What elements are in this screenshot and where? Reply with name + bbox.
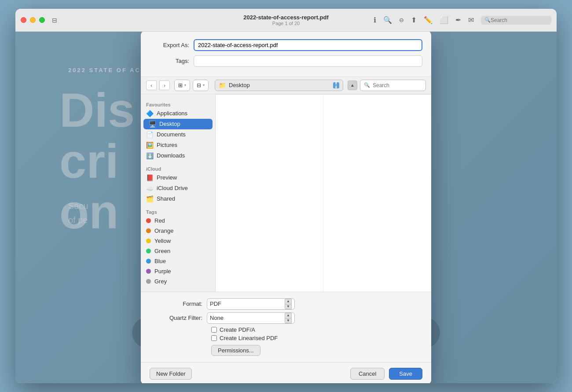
close-button[interactable] — [21, 17, 26, 23]
dialog-with-sidebar: Favourites 🔷 Applications 🖥️ Desktop 📄 D… — [141, 94, 431, 292]
tags-input[interactable] — [194, 55, 422, 67]
sign-icon[interactable]: ✒ — [455, 16, 461, 24]
quartz-filter-select[interactable]: None ▲ ▼ — [207, 312, 295, 324]
dialog-footer: New Folder Cancel Save — [141, 362, 431, 384]
sidebar-item-tag-orange[interactable]: Orange — [141, 226, 215, 236]
location-folder-icon: 📁 — [219, 82, 226, 89]
tag-blue-label: Blue — [154, 258, 166, 264]
create-pdfa-label: Create PDF/A — [220, 326, 255, 333]
title-bar-icons: ℹ 🔍 ⊖ ⬆ ✏️ ⬜ ✒ ✉ 🔍 — [374, 16, 551, 25]
expand-location-button[interactable]: ▲ — [348, 81, 357, 90]
zoom-in-icon[interactable]: 🔍 — [383, 16, 392, 24]
sidebar-item-applications[interactable]: 🔷 Applications — [141, 108, 215, 119]
icloud-section-label: iCloud — [141, 164, 215, 172]
quartz-filter-row: Quartz Filter: None ▲ ▼ — [150, 312, 422, 324]
create-linearised-row: Create Linearised PDF — [211, 335, 422, 341]
create-linearised-label: Create Linearised PDF — [220, 335, 278, 341]
format-up-button[interactable]: ▲ — [285, 299, 292, 304]
format-down-button[interactable]: ▼ — [285, 304, 292, 309]
cancel-button[interactable]: Cancel — [350, 368, 385, 380]
export-as-input[interactable] — [194, 39, 422, 51]
quartz-filter-stepper[interactable]: ▲ ▼ — [285, 313, 292, 323]
column-view-icon: ⊞ — [178, 82, 183, 88]
export-as-label: Export As: — [150, 42, 194, 48]
dialog-overlay: Export As: Tags: ‹ › ⊞ ▾ — [15, 32, 557, 383]
pictures-icon: 🖼️ — [146, 142, 153, 149]
pdf-content: 2022 STATE OF ACCESS REPORT Discrion Sec… — [15, 32, 557, 383]
sidebar-item-pictures[interactable]: 🖼️ Pictures — [141, 140, 215, 150]
tag-purple-label: Purple — [154, 268, 171, 275]
location-label: Desktop — [229, 82, 329, 88]
title-bar-left: ⊟ — [21, 17, 61, 24]
save-dialog: Export As: Tags: ‹ › ⊞ ▾ — [141, 32, 431, 383]
dialog-top: Export As: Tags: — [141, 32, 431, 77]
share-icon[interactable]: ⬆ — [411, 16, 417, 24]
permissions-button[interactable]: Permissions... — [211, 345, 260, 356]
dialog-toolbar: ‹ › ⊞ ▾ ⊟ ▾ 📁 Desktop — [141, 77, 431, 94]
documents-icon: 📄 — [146, 131, 153, 138]
sidebar-item-desktop[interactable]: 🖥️ Desktop — [143, 119, 213, 129]
tag-dot-blue — [146, 259, 151, 264]
sidebar-item-tag-blue[interactable]: Blue — [141, 256, 215, 266]
tags-label: Tags: — [150, 58, 194, 64]
create-linearised-checkbox[interactable] — [211, 335, 217, 341]
quartz-down-button[interactable]: ▼ — [285, 318, 292, 323]
format-stepper[interactable]: ▲ ▼ — [285, 299, 292, 309]
sidebar-item-tag-red[interactable]: Red — [141, 216, 215, 226]
sidebar-item-tag-green[interactable]: Green — [141, 246, 215, 256]
search-box[interactable]: 🔍 — [360, 80, 426, 91]
minimize-button[interactable] — [30, 17, 36, 23]
grid-view-chevron: ▾ — [203, 83, 205, 87]
tag-dot-grey — [146, 279, 151, 284]
mail-icon[interactable]: ✉ — [468, 16, 474, 24]
sidebar-item-tag-purple[interactable]: Purple — [141, 266, 215, 276]
preview-icon: 📕 — [146, 174, 153, 181]
zoom-out-icon[interactable]: ⊖ — [399, 17, 404, 23]
forward-button[interactable]: › — [159, 81, 170, 90]
back-button[interactable]: ‹ — [146, 81, 157, 90]
browser-search-input[interactable] — [373, 82, 417, 88]
sidebar-item-preview[interactable]: 📕 Preview — [141, 172, 215, 183]
grid-view-button[interactable]: ⊟ ▾ — [193, 80, 209, 91]
sidebar-item-shared[interactable]: 🗂️ Shared — [141, 194, 215, 204]
format-label: Format: — [150, 300, 207, 307]
quartz-up-button[interactable]: ▲ — [285, 313, 292, 318]
sidebar-item-documents[interactable]: 📄 Documents — [141, 129, 215, 140]
maximize-button[interactable] — [39, 17, 45, 23]
new-folder-button[interactable]: New Folder — [150, 368, 192, 380]
tag-green-label: Green — [154, 248, 170, 254]
browser-right-pane — [323, 95, 431, 292]
save-button[interactable]: Save — [389, 368, 422, 380]
location-stepper[interactable]: ⬆⬇ — [333, 82, 339, 88]
quartz-filter-value: None — [210, 315, 281, 321]
tag-grey-label: Grey — [154, 278, 167, 285]
info-icon[interactable]: ℹ — [374, 16, 376, 24]
search-icon: 🔍 — [364, 82, 370, 88]
column-view-button[interactable]: ⊞ ▾ — [174, 80, 190, 91]
sidebar-toggle-icon[interactable]: ⊟ — [52, 17, 57, 24]
document-title: 2022-state-of-access-report.pdf — [243, 14, 329, 21]
pencil-icon[interactable]: ✏️ — [424, 16, 433, 24]
search-bar[interactable]: 🔍 — [481, 16, 551, 25]
sidebar-item-downloads[interactable]: ⬇️ Downloads — [141, 150, 215, 161]
dialog-options: Format: PDF ▲ ▼ Quartz Filter: None — [141, 292, 431, 362]
redact-icon[interactable]: ⬜ — [440, 16, 448, 24]
format-select[interactable]: PDF ▲ ▼ — [207, 298, 295, 310]
search-input[interactable] — [491, 17, 543, 23]
dialog-sidebar: Favourites 🔷 Applications 🖥️ Desktop 📄 D… — [141, 94, 216, 292]
quartz-filter-label: Quartz Filter: — [150, 315, 207, 321]
applications-icon: 🔷 — [146, 110, 153, 117]
icloud-drive-icon: ☁️ — [146, 185, 153, 192]
column-view-chevron: ▾ — [184, 83, 186, 87]
documents-label: Documents — [157, 131, 186, 138]
sidebar-item-tag-yellow[interactable]: Yellow — [141, 236, 215, 246]
icloud-drive-label: iCloud Drive — [157, 185, 188, 191]
tag-yellow-label: Yellow — [154, 238, 171, 244]
applications-label: Applications — [157, 110, 187, 117]
page-indicator: Page 1 of 20 — [243, 21, 329, 26]
create-pdfa-checkbox[interactable] — [211, 327, 217, 333]
sidebar-item-icloud-drive[interactable]: ☁️ iCloud Drive — [141, 183, 215, 194]
title-bar-center: 2022-state-of-access-report.pdf Page 1 o… — [243, 14, 329, 26]
sidebar-item-tag-grey[interactable]: Grey — [141, 276, 215, 286]
location-dropdown[interactable]: 📁 Desktop ⬆⬇ — [215, 80, 343, 91]
